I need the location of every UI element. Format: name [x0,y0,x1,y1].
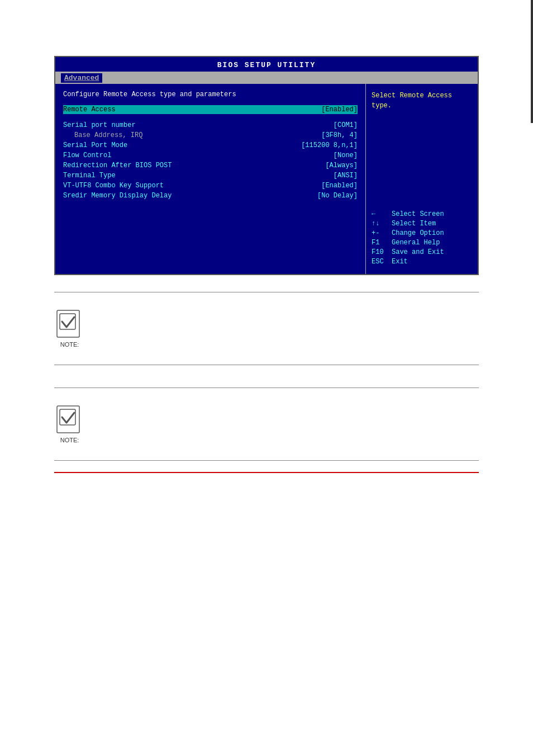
bios-menu-bar: Advanced [55,72,478,84]
row-label-vt-utf8: VT-UTF8 Combo Key Support [63,182,175,190]
spacer-bottom [0,461,533,472]
table-row: VT-UTF8 Combo Key Support [Enabled] [63,181,358,190]
key-sym-f1: F1 [372,239,392,247]
bios-content: Configure Remote Access type and paramet… [55,84,478,274]
key-desc-select-screen: Select Screen [392,210,444,218]
key-legend: ← Select Screen ↑↓ Select Item +- Change… [372,210,472,267]
note-section-2: NOTE: [54,399,479,449]
row-value-remote-access: [Enabled] [321,106,358,114]
key-row-general-help: F1 General Help [372,239,472,247]
key-desc-select-item: Select Item [392,220,436,228]
key-sym-f10: F10 [372,248,392,256]
note-icon-2: NOTE: [54,405,85,443]
key-desc-general-help: General Help [392,239,440,247]
table-row: Serial port number [COM1] [63,121,358,130]
row-value-terminal-type: [ANSI] [334,172,358,179]
spacer-mid [0,365,533,388]
key-sym-esc: ESC [372,258,392,266]
bios-right-panel: Select Remote Access type. ← Select Scre… [366,84,478,274]
bios-title: BIOS SETUP UTILITY [217,61,316,69]
table-row: Flow Control [None] [63,151,358,160]
key-row-select-item: ↑↓ Select Item [372,220,472,228]
table-row: Sredir Memory Display Delay [No Delay] [63,191,358,200]
key-sym-plusminus: +- [372,229,392,237]
row-label-serial-port-number: Serial port number [63,121,175,129]
note-checkmark-icon-1 [54,309,85,340]
note-section-1: NOTE: [54,304,479,353]
note-label-1: NOTE: [54,341,85,348]
table-row: Redirection After BIOS POST [Always] [63,161,358,170]
key-row-change-option: +- Change Option [372,229,472,237]
table-row: Terminal Type [ANSI] [63,171,358,180]
row-label-terminal-type: Terminal Type [63,172,175,179]
row-value-sredir: [No Delay] [317,192,358,200]
right-edge-bar [531,0,533,123]
row-value-serial-port-number: [COM1] [334,121,358,129]
table-row: Base Address, IRQ [3F8h, 4] [63,131,358,140]
row-label-serial-port-mode: Serial Port Mode [63,141,175,149]
table-row: Serial Port Mode [115200 8,n,1] [63,141,358,150]
row-label-sredir: Sredir Memory Display Delay [63,192,175,200]
key-row-select-screen: ← Select Screen [372,210,472,218]
row-label-redirection: Redirection After BIOS POST [63,162,175,169]
key-sym-updown: ↑↓ [372,220,392,228]
red-divider [54,472,479,473]
row-label-remote-access: Remote Access [63,106,175,114]
row-value-redirection: [Always] [325,162,358,169]
row-value-vt-utf8: [Enabled] [321,182,358,190]
table-row[interactable]: Remote Access [Enabled] [63,105,358,114]
key-desc-exit: Exit [392,258,408,266]
bios-container: BIOS SETUP UTILITY Advanced Configure Re… [54,56,479,275]
row-value-serial-port-mode: [115200 8,n,1] [301,141,358,149]
row-value-flow-control: [None] [334,152,358,159]
note-label-2: NOTE: [54,437,85,443]
key-desc-change-option: Change Option [392,229,444,237]
key-row-save-exit: F10 Save and Exit [372,248,472,256]
row-label-flow-control: Flow Control [63,152,175,159]
divider-3 [54,388,479,388]
bios-left-panel: Configure Remote Access type and paramet… [55,84,366,274]
note-icon-1: NOTE: [54,309,85,348]
bios-title-bar: BIOS SETUP UTILITY [55,57,478,72]
row-label-base-address: Base Address, IRQ [63,131,175,139]
key-row-exit: ESC Exit [372,258,472,266]
help-text: Select Remote Access type. [372,91,472,111]
menu-item-advanced[interactable]: Advanced [61,73,102,83]
divider-1 [54,292,479,292]
spacer [63,115,358,121]
key-desc-save-exit: Save and Exit [392,248,444,256]
note-checkmark-icon-2 [54,405,85,436]
row-value-base-address: [3F8h, 4] [321,131,358,139]
key-sym-arrow: ← [372,210,392,218]
section-title: Configure Remote Access type and paramet… [63,91,358,98]
